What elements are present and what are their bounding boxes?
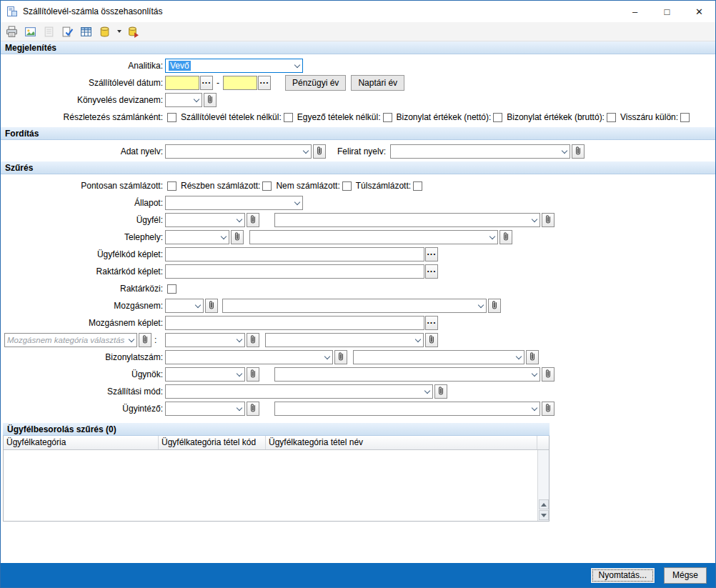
database-export-icon[interactable] [96,24,113,40]
minimize-button[interactable]: – [619,1,651,22]
reszletezes-szamlankent-checkbox[interactable] [167,113,176,122]
raktarkod-keplet-ellipsis-button[interactable]: ... [425,264,438,279]
bizonylat-ertekek-brutto-checkbox[interactable] [607,113,616,122]
szallitasi-mod-paperclip-button[interactable] [434,384,447,399]
kategoria-kod-combobox[interactable] [165,333,245,347]
ugyfelkod-keplet-ellipsis-button[interactable]: ... [425,247,438,261]
egyezo-tetelek-nelkul-checkbox[interactable] [383,113,392,122]
telephely-nev-combobox[interactable] [249,230,498,244]
telephely-kod-paperclip-button[interactable] [231,230,244,244]
chevron-down-icon [218,231,229,244]
pontosan-szamlazott-checkbox[interactable] [167,181,176,191]
bizonylatszam-tol-combobox[interactable] [165,350,333,364]
szures-rows: Pontosan számlázott: Részben számlázott:… [1,174,715,419]
tulszamlazott-checkbox[interactable] [413,181,422,191]
mozgasnem-kategoria-paperclip-button[interactable] [139,333,151,347]
scroll-up-button[interactable] [539,499,549,509]
reszben-szamlazott-checkbox[interactable] [262,181,272,191]
devizanem-combobox[interactable] [165,93,202,107]
kategoria-kod-paperclip-button[interactable] [247,333,259,347]
szallitolevel-tetelek-nelkul-checkbox[interactable] [284,113,293,122]
table-view-icon[interactable] [78,24,94,40]
raktarkozi-checkbox[interactable] [167,284,176,294]
chevron-down-icon [234,214,244,226]
mozgasnem-label: Mozgásnem: [1,301,165,311]
mozgasnem-kod-paperclip-button[interactable] [205,299,218,313]
ugynok-nev-combobox[interactable] [274,367,540,382]
grid-vertical-scrollbar[interactable] [537,450,549,521]
felirat-nyelv-combobox[interactable] [390,144,570,159]
telephely-nev-paperclip-button[interactable] [499,230,512,244]
ugyfel-kod-combobox[interactable] [165,213,245,227]
ugyintezo-nev-combobox[interactable] [274,402,540,416]
paperclip-icon [249,369,257,381]
ugyfel-nev-combobox[interactable] [274,213,540,227]
column-header-tetel-kod[interactable]: Ügyfélkategória tétel kód [159,436,266,449]
devizanem-paperclip-button[interactable] [204,93,217,107]
validate-icon[interactable] [59,24,76,40]
mozgasnem-nev-paperclip-button[interactable] [488,299,501,313]
triangle-down-icon [541,514,547,517]
print-icon[interactable] [4,24,20,40]
chevron-down-icon [234,368,244,381]
bizonylat-ertekek-netto-checkbox[interactable] [493,113,502,122]
datum-tol-ellipsis-button[interactable]: ... [200,76,213,90]
ugyfel-nev-paperclip-button[interactable] [542,213,555,227]
grid-body-empty[interactable] [4,450,537,521]
analitika-combobox[interactable]: Vevő [165,59,303,73]
ugyintezo-nev-paperclip-button[interactable] [542,402,555,416]
felirat-nyelv-paperclip-button[interactable] [572,144,585,159]
bizonylatszam-ig-paperclip-button[interactable] [526,350,539,364]
ugynok-kod-paperclip-button[interactable] [247,367,259,382]
adat-nyelv-combobox[interactable] [165,144,312,159]
ugyfelkod-keplet-input[interactable] [165,247,424,261]
datum-ig-input[interactable] [223,76,257,90]
paperclip-icon [337,352,344,364]
paperclip-icon [141,334,149,347]
nem-szamlazott-checkbox[interactable] [342,181,352,191]
page-setup-icon[interactable] [41,24,57,40]
datum-ig-ellipsis-button[interactable]: ... [258,76,271,90]
paperclip-icon [545,403,552,415]
datum-tol-input[interactable] [165,76,199,90]
column-header-ugyfelkategoria[interactable]: Ügyfélkategória [4,436,159,449]
telephely-kod-combobox[interactable] [165,230,229,244]
ugyfel-kod-paperclip-button[interactable] [247,213,259,227]
database-export-dropdown-icon[interactable] [115,24,123,40]
ugyfel-label: Ügyfél: [1,215,165,225]
mozgasnem-nev-combobox[interactable] [222,299,487,313]
visszaru-kulon-label: Visszáru külön: [620,112,678,122]
szallitasi-mod-combobox[interactable] [165,384,433,399]
close-button[interactable]: ✕ [683,1,715,22]
nem-szamlazott-label: Nem számlázott: [276,181,339,191]
scroll-down-button[interactable] [539,510,549,520]
mozgasnem-kategoria-combobox[interactable]: Mozgásnem kategória választás [4,333,137,347]
bizonylatszam-ig-combobox[interactable] [353,350,524,364]
reszben-szamlazott-label: Részben számlázott: [181,181,260,191]
kategoria-nev-paperclip-button[interactable] [425,333,438,347]
naptari-ev-button[interactable]: Naptári év [351,75,404,91]
ugyintezo-kod-combobox[interactable] [165,402,245,416]
ugynok-nev-paperclip-button[interactable] [542,367,555,382]
kategoria-nev-combobox[interactable] [265,333,424,347]
column-header-tetel-nev[interactable]: Ügyfélkategória tétel név [266,436,537,449]
adat-nyelv-paperclip-button[interactable] [313,144,326,159]
raktarkod-keplet-input[interactable] [165,264,424,279]
print-button[interactable]: Nyomtatás... [590,567,655,584]
ugynok-kod-combobox[interactable] [165,367,245,382]
paperclip-icon [502,231,509,244]
bizonylatszam-tol-paperclip-button[interactable] [334,350,347,364]
mozgasnem-keplet-input[interactable] [165,316,424,330]
database-transfer-icon[interactable] [125,24,141,40]
visszaru-kulon-checkbox[interactable] [680,113,690,122]
maximize-button[interactable]: □ [651,1,683,22]
penzugyi-ev-button[interactable]: Pénzügyi év [285,75,346,91]
cancel-button[interactable]: Mégse [664,567,707,584]
grid-header: Ügyfélkategória Ügyfélkategória tétel kó… [4,436,549,450]
mozgasnem-kod-combobox[interactable] [165,299,204,313]
mozgasnem-keplet-ellipsis-button[interactable]: ... [425,316,438,330]
section-title: Szűrés [5,163,33,173]
ugyintezo-kod-paperclip-button[interactable] [247,402,259,416]
export-image-icon[interactable] [22,24,39,40]
allapot-combobox[interactable] [165,196,303,210]
